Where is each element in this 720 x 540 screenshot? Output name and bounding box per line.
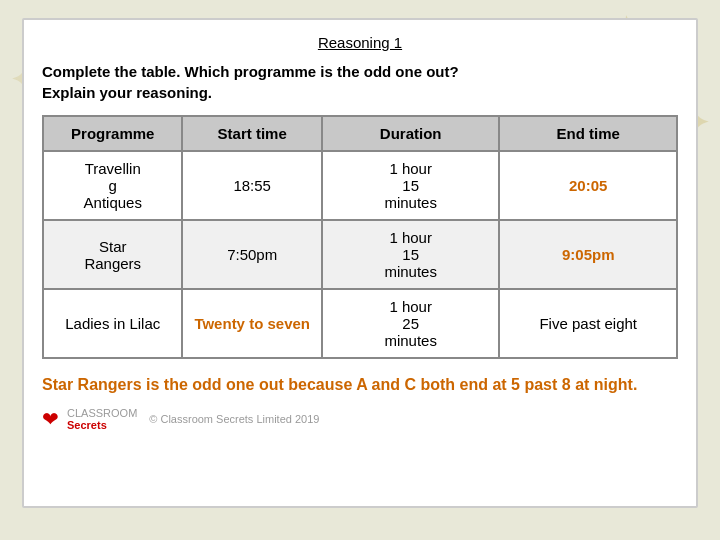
table-row: StarRangers7:50pm1 hour15minutes9:05pm [43,220,677,289]
page-title: Reasoning 1 [42,34,678,51]
footer-text: CLASSROOMSecrets [67,407,137,431]
cell-end-time: 20:05 [499,151,677,220]
cell-duration: 1 hour15minutes [322,220,500,289]
cell-end-time: Five past eight [499,289,677,358]
footer: ❤ CLASSROOMSecrets © Classroom Secrets L… [42,407,678,431]
col-header-end: End time [499,116,677,151]
table-row: Ladies in LilacTwenty to seven1 hour25mi… [43,289,677,358]
cell-programme: StarRangers [43,220,182,289]
cell-duration: 1 hour25minutes [322,289,500,358]
table-header-row: Programme Start time Duration End time [43,116,677,151]
data-table: Programme Start time Duration End time T… [42,115,678,359]
cell-start-time: Twenty to seven [182,289,321,358]
copyright-text: © Classroom Secrets Limited 2019 [149,413,319,425]
cell-start-time: 18:55 [182,151,321,220]
table-row: TravellingAntiques18:551 hour15minutes20… [43,151,677,220]
question-text: Complete the table. Which programme is t… [42,61,678,103]
cell-start-time: 7:50pm [182,220,321,289]
col-header-programme: Programme [43,116,182,151]
answer-text: Star Rangers is the odd one out because … [42,373,678,397]
cell-programme: TravellingAntiques [43,151,182,220]
cell-end-time: 9:05pm [499,220,677,289]
cell-duration: 1 hour15minutes [322,151,500,220]
logo-icon: ❤ [42,407,59,431]
cell-programme: Ladies in Lilac [43,289,182,358]
col-header-duration: Duration [322,116,500,151]
col-header-start: Start time [182,116,321,151]
main-card: Reasoning 1 Complete the table. Which pr… [22,18,698,508]
